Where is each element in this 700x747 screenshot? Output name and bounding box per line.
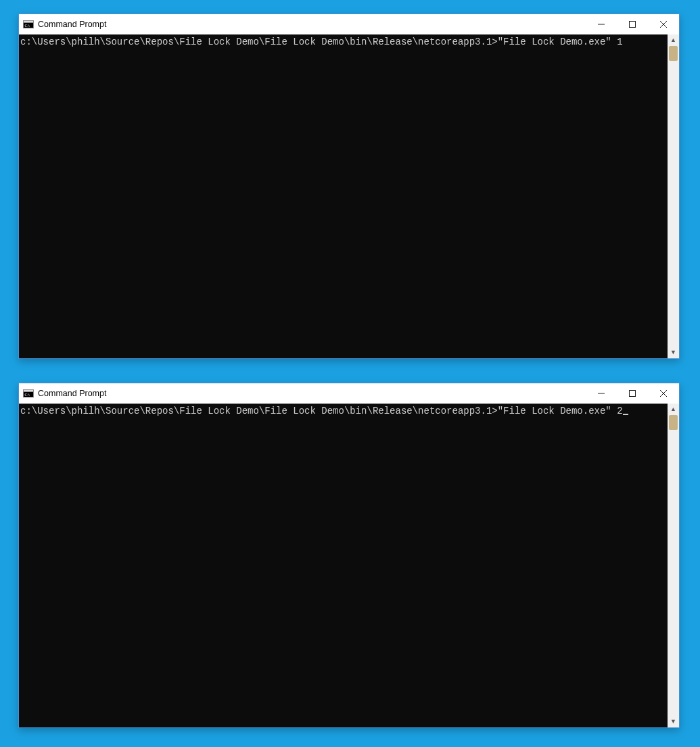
titlebar[interactable]: C:\ Command Prompt: [19, 14, 679, 34]
scroll-down-button[interactable]: ▼: [668, 716, 679, 727]
cmd-icon: C:\: [23, 19, 34, 30]
vertical-scrollbar[interactable]: ▲ ▼: [668, 404, 679, 727]
cmd-icon: C:\: [23, 388, 34, 399]
scroll-up-button[interactable]: ▲: [668, 404, 679, 415]
svg-rect-11: [630, 391, 636, 397]
close-button[interactable]: [648, 383, 679, 404]
terminal-output[interactable]: c:\Users\philh\Source\Repos\File Lock De…: [19, 34, 668, 358]
svg-rect-1: [24, 21, 34, 23]
scroll-up-button[interactable]: ▲: [668, 34, 679, 46]
vertical-scrollbar[interactable]: ▲ ▼: [668, 34, 679, 358]
scroll-track[interactable]: [668, 415, 679, 716]
close-button[interactable]: [648, 14, 679, 34]
titlebar[interactable]: C:\ Command Prompt: [19, 383, 679, 404]
svg-rect-8: [24, 390, 34, 392]
svg-line-13: [660, 390, 667, 397]
text-cursor: [623, 414, 628, 416]
minimize-button[interactable]: [586, 383, 617, 404]
command-text: "File Lock Demo.exe" 2: [498, 406, 623, 416]
window-title: Command Prompt: [38, 389, 586, 398]
svg-line-6: [660, 21, 667, 28]
terminal-area: c:\Users\philh\Source\Repos\File Lock De…: [19, 404, 679, 727]
window-title: Command Prompt: [38, 20, 586, 29]
window-controls: [586, 14, 679, 34]
maximize-button[interactable]: [617, 14, 648, 34]
command-prompt-window-1: C:\ Command Prompt c:\Users\philh\Source…: [18, 14, 680, 359]
command-prompt-window-2: C:\ Command Prompt c:\Users\philh\Source…: [18, 383, 680, 728]
minimize-button[interactable]: [586, 14, 617, 34]
terminal-output[interactable]: c:\Users\philh\Source\Repos\File Lock De…: [19, 404, 668, 727]
maximize-button[interactable]: [617, 383, 648, 404]
prompt-path: c:\Users\philh\Source\Repos\File Lock De…: [20, 406, 498, 416]
prompt-path: c:\Users\philh\Source\Repos\File Lock De…: [20, 37, 498, 47]
scroll-track[interactable]: [668, 46, 679, 347]
svg-rect-4: [630, 22, 636, 28]
svg-text:C:\: C:\: [25, 393, 30, 397]
scroll-thumb[interactable]: [669, 46, 678, 61]
scroll-thumb[interactable]: [669, 415, 678, 430]
window-controls: [586, 383, 679, 404]
scroll-down-button[interactable]: ▼: [668, 347, 679, 358]
svg-text:C:\: C:\: [25, 24, 30, 28]
svg-line-12: [660, 390, 667, 397]
command-text: "File Lock Demo.exe" 1: [498, 37, 623, 47]
svg-line-5: [660, 21, 667, 28]
terminal-area: c:\Users\philh\Source\Repos\File Lock De…: [19, 34, 679, 358]
